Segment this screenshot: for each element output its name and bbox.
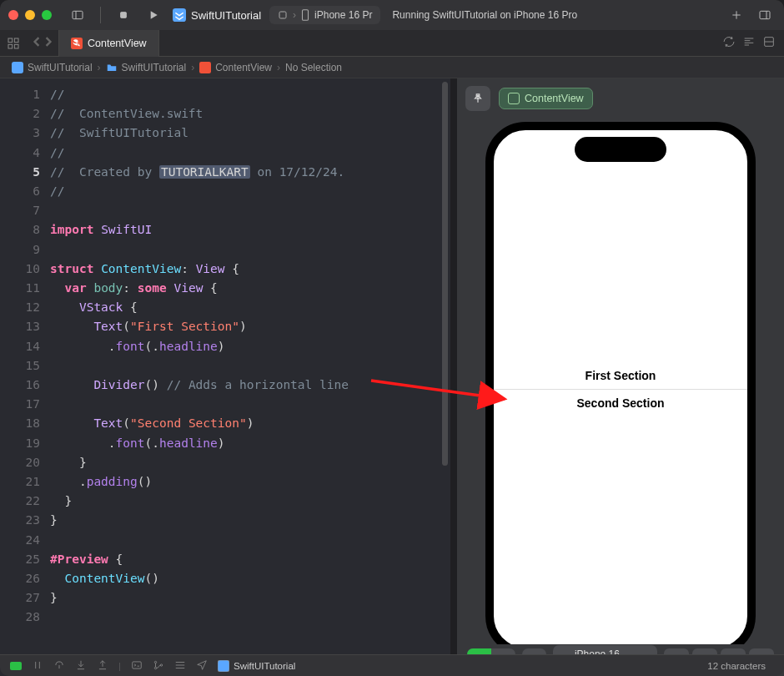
swift-file-icon — [71, 38, 83, 49]
library-button[interactable] — [754, 4, 776, 26]
preview-content: First Section Second Section — [494, 130, 747, 644]
source-editor[interactable]: 1234567891011121314151617181920212223242… — [0, 78, 450, 676]
device-name-short: iPhone 16 Pr — [314, 9, 372, 21]
svg-rect-13 — [199, 62, 211, 73]
svg-rect-0 — [73, 11, 83, 18]
preview-text-second: Second Section — [576, 396, 664, 410]
tab-bar: ContentView — [0, 30, 784, 57]
views-icon[interactable] — [174, 659, 186, 673]
preview-icon — [508, 93, 520, 104]
preview-text-first: First Section — [585, 369, 656, 382]
run-destination[interactable]: › iPhone 16 Pr — [269, 6, 380, 24]
folder-icon — [106, 63, 118, 73]
svg-rect-9 — [14, 44, 18, 48]
add-button[interactable] — [726, 4, 747, 26]
phone-icon — [301, 9, 309, 21]
project-icon — [218, 660, 229, 672]
nav-history — [27, 37, 58, 49]
location-icon[interactable] — [196, 659, 208, 673]
svg-rect-8 — [8, 44, 13, 48]
svg-rect-1 — [121, 13, 127, 18]
selection-status: 12 characters — [707, 661, 766, 671]
tab-contentview[interactable]: ContentView — [58, 30, 159, 57]
split-divider[interactable] — [450, 78, 457, 676]
source-control-icon[interactable] — [153, 659, 164, 673]
status-bar: | SwiftUITutorial 12 characters — [0, 654, 784, 676]
nav-forward-button[interactable] — [43, 37, 53, 49]
svg-rect-4 — [303, 10, 309, 21]
code-content[interactable]: // // ContentView.swift // SwiftUITutori… — [50, 78, 450, 676]
line-gutter: 1234567891011121314151617181920212223242… — [0, 78, 50, 676]
breadcrumb-folder[interactable]: SwiftUITutorial — [103, 62, 190, 73]
svg-rect-7 — [14, 38, 18, 43]
svg-point-28 — [154, 667, 156, 668]
titlebar: SwiftUITutorial › iPhone 16 Pr Running S… — [0, 0, 784, 30]
nav-back-button[interactable] — [32, 37, 42, 49]
scheme-selector[interactable]: SwiftUITutorial — [173, 8, 261, 22]
terminal-icon[interactable] — [131, 659, 143, 673]
run-button[interactable] — [143, 4, 164, 26]
minimize-window-button[interactable] — [25, 10, 35, 20]
step-out-icon[interactable] — [97, 659, 108, 673]
close-window-button[interactable] — [8, 10, 18, 20]
svg-point-27 — [154, 661, 156, 663]
device-bezel: First Section Second Section — [485, 122, 756, 644]
breadcrumb-project[interactable]: SwiftUITutorial — [8, 62, 96, 73]
app-glyph-icon — [278, 10, 288, 20]
svg-rect-26 — [133, 661, 142, 668]
refresh-icon[interactable] — [722, 35, 736, 51]
svg-rect-6 — [8, 38, 13, 43]
step-into-icon[interactable] — [75, 659, 87, 673]
canvas-area[interactable]: First Section Second Section — [457, 119, 784, 644]
tab-label: ContentView — [88, 38, 147, 49]
scheme-name: SwiftUITutorial — [191, 9, 261, 22]
swift-file-icon — [199, 62, 211, 73]
step-over-icon[interactable] — [53, 659, 65, 673]
svg-rect-12 — [12, 62, 23, 73]
zoom-window-button[interactable] — [42, 10, 52, 20]
svg-rect-30 — [218, 660, 229, 672]
app-icon — [173, 8, 186, 22]
breadcrumb-file[interactable]: ContentView — [196, 62, 275, 73]
minimap-icon[interactable] — [742, 35, 756, 51]
build-success-indicator[interactable] — [10, 662, 22, 670]
activity-status: Running SwiftUITutorial on iPhone 16 Pro — [392, 9, 577, 21]
project-icon — [12, 62, 23, 73]
svg-rect-3 — [279, 12, 286, 18]
toggle-navigator-button[interactable] — [67, 4, 88, 26]
window-controls — [8, 10, 52, 20]
breadcrumb: SwiftUITutorial › SwiftUITutorial › Cont… — [0, 57, 784, 78]
stop-button[interactable] — [113, 4, 134, 26]
pin-preview-button[interactable] — [465, 86, 490, 111]
debug-pause-icon[interactable] — [32, 659, 43, 673]
related-items-button[interactable] — [0, 30, 27, 57]
status-project[interactable]: SwiftUITutorial — [218, 660, 295, 672]
preview-target-badge[interactable]: ContentView — [499, 88, 593, 109]
canvas-preview: ContentView First Section Second Section — [457, 78, 784, 676]
svg-rect-5 — [760, 11, 770, 18]
editor-scrollbar[interactable] — [442, 82, 448, 583]
preview-divider — [494, 389, 747, 390]
main-area: 1234567891011121314151617181920212223242… — [0, 78, 784, 676]
adjust-editor-icon[interactable] — [762, 35, 776, 51]
svg-point-29 — [160, 663, 162, 665]
breadcrumb-selection[interactable]: No Selection — [282, 62, 345, 73]
